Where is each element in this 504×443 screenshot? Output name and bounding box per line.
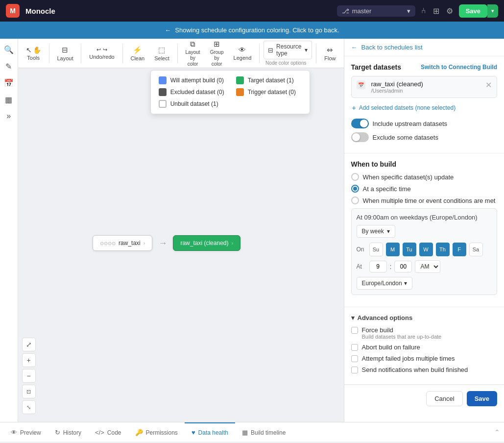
schedule-banner[interactable]: ← Showing schedule configuration colorin… (0, 22, 504, 39)
table-icon[interactable]: ▦ (1, 92, 17, 107)
search-icon[interactable]: 🔍 (1, 42, 17, 57)
legend-icon: 👁 (239, 46, 246, 54)
day-f[interactable]: F (453, 243, 466, 256)
sep6 (316, 44, 316, 63)
panel-save-button[interactable]: Save (467, 391, 497, 406)
by-week-button[interactable]: By week ▾ (357, 225, 395, 238)
dataset-info: raw_taxi (cleaned) /Users/admin (371, 80, 423, 94)
dataset-close-button[interactable]: ✕ (485, 80, 492, 90)
flow-node-raw-taxi[interactable]: ⊙⊙⊙⊙ raw_taxi › (93, 235, 152, 251)
tab-build-timeline-label: Build timeline (251, 429, 286, 436)
save-button-group: Save ▾ (459, 4, 498, 18)
at-label: At (357, 263, 366, 270)
advanced-options-label: Advanced options (358, 314, 413, 321)
tab-preview-label: Preview (20, 429, 41, 436)
day-m[interactable]: M (386, 243, 400, 256)
fork-icon[interactable]: ⑃ (421, 6, 426, 15)
grid-icon[interactable]: ⊞ (433, 6, 439, 16)
advanced-options-title[interactable]: ▾ Advanced options (351, 314, 497, 321)
back-arrow-icon: ← (351, 44, 358, 51)
edit-icon[interactable]: ✎ (1, 58, 17, 74)
timezone-selector[interactable]: Europe/London ▾ (357, 277, 412, 290)
zoom-reset-button[interactable]: ⊡ (22, 385, 36, 398)
zoom-expand-button[interactable]: ⤢ (22, 338, 36, 351)
tab-history[interactable]: ↻ History (48, 422, 88, 442)
radio-at-specific-time[interactable]: At a specific time (351, 185, 497, 193)
exclude-some-toggle[interactable] (351, 132, 369, 142)
undo-redo-button[interactable]: ↩ ↪ Undo/redo (85, 45, 118, 62)
radio-circle-time (351, 185, 359, 193)
flow-button[interactable]: ⇔ Flow (320, 44, 339, 63)
legend-label: Legend (234, 55, 252, 61)
force-build-checkbox[interactable] (351, 327, 358, 334)
tools-button[interactable]: ↖ ✋ Tools (22, 44, 45, 63)
layout-color-icon: ⧉ (190, 40, 195, 49)
calendar-icon[interactable]: 📅 (1, 75, 17, 91)
clean-button[interactable]: ⚡ Clean (126, 44, 148, 63)
abort-build-label: Abort build on failure (362, 344, 420, 351)
app-logo: M (6, 4, 20, 18)
day-sa[interactable]: Sa (469, 243, 483, 256)
save-dropdown-button[interactable]: ▾ (487, 4, 498, 18)
add-dataset-label: Add selected datsets (none selected) (359, 104, 456, 111)
zoom-in-button[interactable]: + (22, 353, 36, 367)
settings-icon[interactable]: ⚙ (446, 6, 453, 16)
canvas[interactable]: ⊙⊙⊙⊙ raw_taxi › → raw_taxi (cleaned) › ⤢… (18, 68, 344, 422)
left-sidebar: 🔍 ✎ 📅 ▦ » (0, 39, 18, 422)
include-upstream-label: Include upstream datasets (373, 120, 447, 127)
layout-by-color-button[interactable]: ⧉ Layoutby color (182, 38, 204, 69)
zoom-fit-button[interactable]: ⤡ (22, 400, 36, 414)
plus-icon: + (352, 104, 356, 112)
select-button[interactable]: ⬚ Select (150, 44, 173, 63)
flow-node-cleaned[interactable]: raw_taxi (cleaned) › (173, 235, 240, 251)
radio-label-specific: When specific dataset(s) update (363, 173, 454, 181)
notifications-checkbox[interactable] (351, 367, 358, 373)
layout-label: Layout (57, 55, 73, 61)
day-th[interactable]: Th (436, 243, 450, 256)
tab-build-timeline[interactable]: ▦ Build timeline (235, 422, 292, 442)
radio-group: When specific dataset(s) update At a spe… (351, 173, 497, 204)
expand-tabs-button[interactable]: ⌃ (494, 428, 500, 436)
branch-selector[interactable]: ⎇ master ▾ (337, 5, 415, 17)
attempt-failed-checkbox[interactable] (351, 355, 358, 362)
day-tu[interactable]: Tu (403, 243, 416, 256)
sep1 (49, 44, 49, 63)
zoom-out-button[interactable]: − (22, 369, 36, 383)
when-to-build-title: When to build (351, 160, 497, 168)
ampm-select[interactable]: AM PM (415, 260, 440, 273)
topbar-icons: ⑃ ⊞ ⚙ (421, 6, 453, 16)
history-icon: ↻ (55, 429, 60, 436)
legend-button[interactable]: 👁 Legend (230, 44, 256, 63)
switch-to-connecting-build[interactable]: Switch to Connecting Build (421, 64, 497, 71)
radio-when-specific[interactable]: When specific dataset(s) update (351, 173, 497, 181)
undo-redo-icons: ↩ ↪ (96, 47, 107, 53)
tab-preview[interactable]: 👁 Preview (4, 422, 48, 442)
clean-icon: ⚡ (133, 46, 142, 54)
legend-item-target: Target dataset (1) (236, 76, 302, 84)
time-min-input[interactable] (394, 261, 412, 272)
layout-button[interactable]: ⊟ Layout (53, 44, 77, 63)
include-upstream-toggle[interactable] (351, 119, 369, 128)
cancel-button[interactable]: Cancel (426, 391, 462, 406)
abort-build-checkbox[interactable] (351, 344, 358, 351)
chevron-right-icon[interactable]: » (1, 108, 17, 124)
tab-data-health[interactable]: ♥ Data health (185, 422, 235, 442)
force-build-row: Force build Build datasets that are up-t… (351, 326, 497, 340)
group-by-color-button[interactable]: ⊞ Groupby color (206, 38, 228, 69)
add-dataset-button[interactable]: + Add selected datsets (none selected) (351, 102, 497, 114)
save-button[interactable]: Save (459, 4, 487, 18)
code-icon: </> (95, 429, 104, 436)
tab-permissions[interactable]: 🔑 Permissions (128, 422, 185, 442)
tab-code[interactable]: </> Code (88, 422, 128, 442)
day-w[interactable]: W (419, 243, 433, 256)
time-hour-input[interactable] (369, 261, 387, 272)
force-build-label: Force build (362, 326, 442, 334)
attempt-failed-row: Attempt failed jobs multiple times (351, 355, 497, 362)
resource-type-button[interactable]: ⊟ Resource type ▾ (264, 41, 312, 59)
toggle-knob (360, 120, 368, 127)
legend-popup: Will attempt build (0) Target dataset (1… (150, 70, 310, 114)
abort-build-row: Abort build on failure (351, 344, 497, 351)
back-link[interactable]: Back to schedules list (361, 44, 423, 51)
radio-multiple-conditions[interactable]: When multiple time or event conditions a… (351, 197, 497, 204)
day-su[interactable]: Su (369, 243, 383, 256)
